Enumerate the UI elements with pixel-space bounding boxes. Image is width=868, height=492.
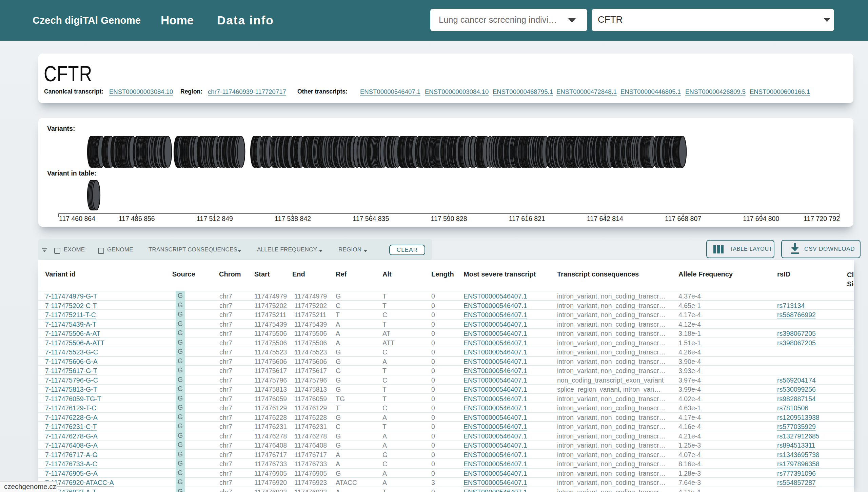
svg-text:117 564 835: 117 564 835: [353, 215, 389, 222]
svg-text:117 460 864: 117 460 864: [59, 215, 95, 222]
svg-text:117 668 807: 117 668 807: [665, 215, 701, 222]
svg-text:117 486 856: 117 486 856: [119, 215, 155, 222]
svg-text:117 616 821: 117 616 821: [509, 215, 545, 222]
svg-text:117 512 849: 117 512 849: [197, 215, 233, 222]
svg-text:117 538 842: 117 538 842: [275, 215, 311, 222]
svg-text:117 642 814: 117 642 814: [587, 215, 623, 222]
svg-text:117 720 792: 117 720 792: [804, 215, 840, 222]
svg-text:117 694 800: 117 694 800: [743, 215, 779, 222]
svg-text:117 590 828: 117 590 828: [431, 215, 467, 222]
